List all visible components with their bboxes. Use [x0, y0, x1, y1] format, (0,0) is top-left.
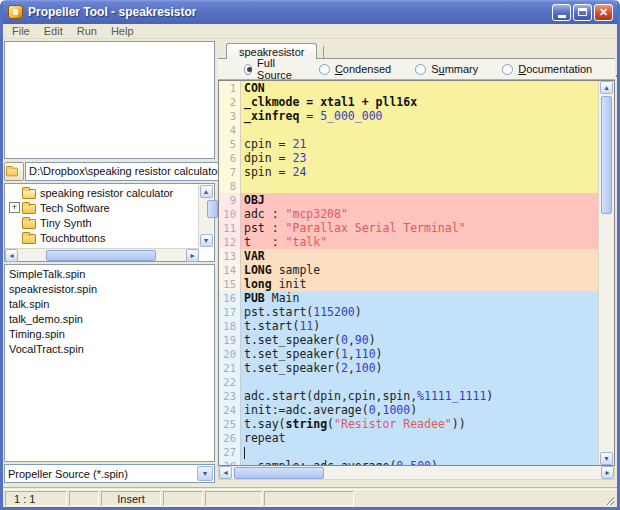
tree-item-label: Tiny Synth — [40, 217, 92, 229]
tree-vertical-scrollbar[interactable]: ▴ ▾ — [198, 185, 213, 247]
menu-item-run[interactable]: Run — [70, 25, 104, 37]
tree-vscroll-thumb[interactable] — [207, 200, 218, 218]
code-line: 12t : "talk" — [219, 235, 598, 249]
menu-item-edit[interactable]: Edit — [37, 25, 70, 37]
line-number: 16 — [219, 291, 241, 305]
line-text — [241, 123, 598, 137]
tree-hscroll-thumb[interactable] — [46, 250, 156, 261]
code-line: 23adc.start(dpin,cpin,spin,%1111_1111) — [219, 389, 598, 403]
title-bar[interactable]: Propeller Tool - speakresistor ✕ — [3, 0, 617, 24]
editor-close-button[interactable]: ✕ — [616, 62, 617, 77]
line-text: dpin = 23 — [241, 151, 598, 165]
radio-icon — [502, 64, 513, 75]
line-number: 19 — [219, 333, 241, 347]
editor-horizontal-scrollbar[interactable]: ◂ ▸ — [218, 466, 615, 480]
code-line: 20t.set_speaker(1,110) — [219, 347, 598, 361]
code-line: 17pst.start(115200) — [219, 305, 598, 319]
view-mode-full-source[interactable]: Full Source — [244, 57, 295, 81]
code-line: 28 sample:=adc.average(0,500) — [219, 459, 598, 465]
line-text: pst.start(115200) — [241, 305, 598, 319]
expand-spacer — [9, 232, 20, 243]
status-bar: 1 : 1Insert — [3, 490, 617, 507]
code-editor[interactable]: 1CON2_clkmode = xtal1 + pll16x3_xinfreq … — [218, 80, 615, 466]
line-text: long init — [241, 277, 598, 291]
editor-hscroll-thumb[interactable] — [234, 467, 324, 479]
line-number: 1 — [219, 81, 241, 95]
top-folder-icon — [6, 168, 18, 177]
view-mode-label: Summary — [431, 63, 478, 75]
tree-item[interactable]: speaking resistor calculator — [5, 185, 214, 200]
view-mode-condensed[interactable]: Condensed — [319, 63, 391, 75]
line-number: 17 — [219, 305, 241, 319]
view-mode-label: Full Source — [257, 57, 295, 81]
line-text: init:=adc.average(0,1000) — [241, 403, 598, 417]
list-item[interactable]: SimpleTalk.spin — [5, 267, 214, 282]
maximize-button[interactable] — [573, 4, 592, 21]
line-text: VAR — [241, 249, 598, 263]
view-mode-bar: ✕ Full SourceCondensedSummaryDocumentati… — [218, 59, 615, 80]
status-panel — [69, 491, 99, 506]
code-line: 7spin = 24 — [219, 165, 598, 179]
scroll-up-icon[interactable]: ▴ — [600, 81, 613, 94]
tab-speakresistor[interactable]: speakresistor — [226, 43, 317, 59]
scroll-right-icon[interactable]: ▸ — [186, 249, 199, 262]
line-text: PUB Main — [241, 291, 598, 305]
view-mode-documentation[interactable]: Documentation — [502, 63, 592, 75]
line-text — [241, 179, 598, 193]
tree-item[interactable]: Tiny Synth — [5, 215, 214, 230]
tree-item[interactable]: +Tech Software — [5, 200, 214, 215]
tree-horizontal-scrollbar[interactable]: ◂ ▸ — [5, 248, 199, 261]
minimize-icon — [558, 15, 566, 18]
code-line: 3_xinfreq = 5_000_000 — [219, 109, 598, 123]
folder-icon — [22, 219, 36, 229]
editor-vertical-scrollbar[interactable]: ▴ ▾ — [598, 81, 614, 465]
object-hierarchy-view[interactable] — [4, 41, 215, 159]
minimize-button[interactable] — [552, 4, 571, 21]
list-item[interactable]: Timing.spin — [5, 327, 214, 342]
line-number: 3 — [219, 109, 241, 123]
list-item[interactable]: talk_demo.spin — [5, 312, 214, 327]
line-number: 28 — [219, 459, 241, 465]
main-content: D:\Dropbox\speaking resistor calculator … — [3, 39, 617, 485]
list-item[interactable]: talk.spin — [5, 297, 214, 312]
line-number: 15 — [219, 277, 241, 291]
menu-item-file[interactable]: File — [5, 25, 37, 37]
code-line: 26repeat — [219, 431, 598, 445]
view-mode-label: Documentation — [518, 63, 592, 75]
file-filter-combobox[interactable]: Propeller Source (*.spin) ▾ — [4, 464, 215, 483]
view-mode-summary[interactable]: Summary — [415, 63, 478, 75]
menu-item-help[interactable]: Help — [104, 25, 141, 37]
scroll-right-icon[interactable]: ▸ — [601, 466, 614, 479]
line-text: repeat — [241, 431, 598, 445]
line-text: t.set_speaker(0,90) — [241, 333, 598, 347]
code-line: 15long init — [219, 277, 598, 291]
folder-tree: speaking resistor calculator+Tech Softwa… — [4, 183, 215, 262]
file-filter-value: Propeller Source (*.spin) — [5, 468, 197, 480]
code-line: 25t.say(string("Resistor Readee")) — [219, 417, 598, 431]
tree-item[interactable]: Touchbuttons — [5, 230, 214, 245]
list-item[interactable]: speakresistor.spin — [5, 282, 214, 297]
editor-vscroll-thumb[interactable] — [601, 96, 612, 214]
tree-item-label: Tech Software — [40, 202, 110, 214]
code-lines: 1CON2_clkmode = xtal1 + pll16x3_xinfreq … — [219, 81, 598, 465]
line-number: 18 — [219, 319, 241, 333]
top-folder-button[interactable] — [4, 162, 24, 181]
list-item[interactable]: VocalTract.spin — [5, 342, 214, 357]
resize-grip-icon[interactable] — [601, 491, 615, 506]
line-number: 12 — [219, 235, 241, 249]
chevron-down-icon[interactable]: ▾ — [197, 466, 213, 481]
scroll-left-icon[interactable]: ◂ — [5, 249, 18, 262]
line-text — [241, 375, 598, 389]
line-text — [241, 445, 598, 459]
scroll-down-icon[interactable]: ▾ — [200, 234, 213, 247]
scroll-left-icon[interactable]: ◂ — [219, 466, 232, 479]
close-button[interactable]: ✕ — [594, 4, 613, 21]
view-mode-label: Condensed — [335, 63, 391, 75]
filter-row: Propeller Source (*.spin) ▾ — [4, 464, 215, 484]
scroll-down-icon[interactable]: ▾ — [600, 452, 613, 465]
scroll-up-icon[interactable]: ▴ — [200, 185, 213, 198]
line-number: 27 — [219, 445, 241, 459]
line-number: 7 — [219, 165, 241, 179]
folder-path-combobox[interactable]: D:\Dropbox\speaking resistor calculator … — [25, 162, 242, 181]
expand-plus-icon[interactable]: + — [9, 202, 20, 213]
